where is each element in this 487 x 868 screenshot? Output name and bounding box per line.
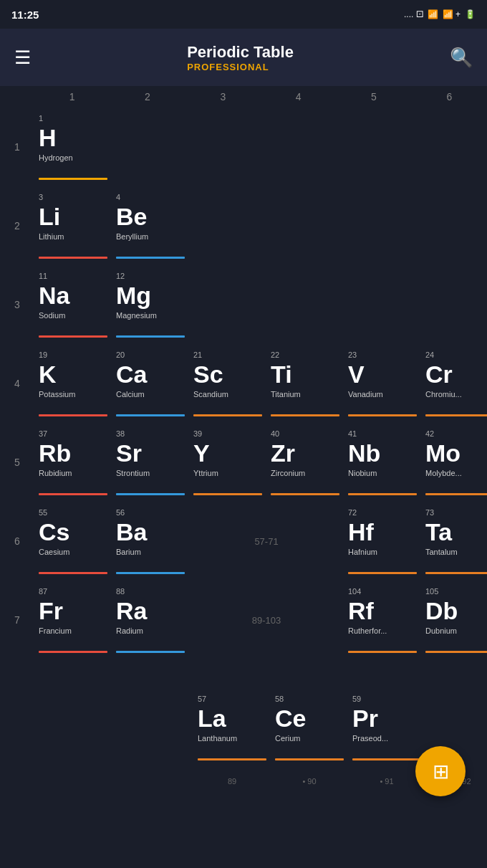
top-bar: ☰ Periodic Table PROFESSIONAL 🔍 [0,29,487,86]
element-Zr[interactable]: 40 Zr Zirconium [266,426,344,498]
element-Rf[interactable]: 104 Rf Rutherfor... [344,584,421,656]
ac-col-91: • 91 [348,777,425,786]
element-K[interactable]: 19 K Potassium [34,348,112,419]
element-Li[interactable]: 3 Li Lithium [34,190,112,262]
period-row-4: 4 19 K Potassium 20 Ca Calcium 21 Sc Sca… [0,344,487,423]
element-La[interactable]: 57 La Lanthanum [193,692,271,763]
lanthanide-gap-row6[interactable]: 57-71 [189,505,344,577]
element-Fr[interactable]: 87 Fr Francium [34,584,112,656]
ac-col-89: 89 [193,777,271,786]
status-time: 11:25 [11,9,39,21]
period-label-7: 7 [0,614,34,626]
element-Db[interactable]: 105 Db Dubnium [421,584,487,656]
app-title: Periodic Table [187,43,294,62]
search-icon[interactable]: 🔍 [450,47,473,69]
element-Ba[interactable]: 56 Ba Barium [112,505,189,577]
col-header-4: 4 [261,91,336,102]
element-Ti[interactable]: 22 Ti Titanium [266,348,344,419]
app-subtitle: PROFESSIONAL [187,62,269,72]
period-label-1: 1 [0,141,34,153]
grid-icon: ⊞ [433,760,449,783]
element-Y[interactable]: 39 Y Yttrium [189,426,266,498]
element-Sc[interactable]: 21 Sc Scandium [189,348,266,419]
col-header-5: 5 [336,91,411,102]
period-row-7: 7 87 Fr Francium 88 Ra Radium 89-103 104… [0,581,487,659]
hamburger-icon[interactable]: ☰ [14,47,31,69]
period-row-1: 1 1 H Hydrogen [0,108,487,186]
spacer [0,659,487,681]
element-Cs[interactable]: 55 Cs Caesium [34,505,112,577]
element-Hf[interactable]: 72 Hf Hafnium [344,505,421,577]
period-label-3: 3 [0,299,34,310]
col-header-1: 1 [34,91,110,102]
element-Ca[interactable]: 20 Ca Calcium [112,348,189,419]
element-Mo[interactable]: 42 Mo Molybde... [421,426,487,498]
actinide-row: 89 • 90 • 91 • 92 [0,767,487,796]
element-Nb[interactable]: 41 Nb Niobium [344,426,421,498]
element-Sr[interactable]: 38 Sr Strontium [112,426,189,498]
status-icons: .... ⚀ 📶 📶 + 🔋 [404,9,476,19]
app-title-area: Periodic Table PROFESSIONAL [187,43,294,72]
element-Mg[interactable]: 12 Mg Magnesium [112,269,189,340]
periodic-table-area: 1 2 3 4 5 6 1 1 H Hydrogen 2 3 Li Lithiu… [0,86,487,868]
period-label-4: 4 [0,378,34,389]
col-header-6: 6 [412,91,487,102]
element-Be[interactable]: 4 Be Beryllium [112,190,189,262]
column-headers: 1 2 3 4 5 6 [0,86,487,108]
fab-grid-button[interactable]: ⊞ [415,746,466,796]
period-label-6: 6 [0,535,34,547]
col-header-3: 3 [185,91,261,102]
ac-col-90: • 90 [271,777,348,786]
period-label-5: 5 [0,457,34,468]
lanthanide-row: 57 La Lanthanum 58 Ce Cerium 59 Pr Prase… [0,688,487,767]
element-Na[interactable]: 11 Na Sodium [34,269,112,340]
period-row-3: 3 11 Na Sodium 12 Mg Magnesium [0,265,487,344]
element-Ra[interactable]: 88 Ra Radium [112,584,189,656]
actinide-gap-row7[interactable]: 89-103 [189,584,344,656]
element-V[interactable]: 23 V Vanadium [344,348,421,419]
period-row-2: 2 3 Li Lithium 4 Be Beryllium [0,186,487,265]
col-header-2: 2 [110,91,185,102]
element-Pr[interactable]: 59 Pr Praseod... [348,692,425,763]
element-Cr[interactable]: 24 Cr Chromiu... [421,348,487,419]
element-Ta[interactable]: 73 Ta Tantalum [421,505,487,577]
element-Rb[interactable]: 37 Rb Rubidium [34,426,112,498]
element-Ce[interactable]: 58 Ce Cerium [271,692,348,763]
period-row-5: 5 37 Rb Rubidium 38 Sr Strontium 39 Y Yt… [0,423,487,502]
period-row-6: 6 55 Cs Caesium 56 Ba Barium 57-71 72 Hf… [0,502,487,581]
status-bar: 11:25 .... ⚀ 📶 📶 + 🔋 [0,0,487,29]
period-label-2: 2 [0,220,34,232]
element-H[interactable]: 1 H Hydrogen [34,111,112,183]
